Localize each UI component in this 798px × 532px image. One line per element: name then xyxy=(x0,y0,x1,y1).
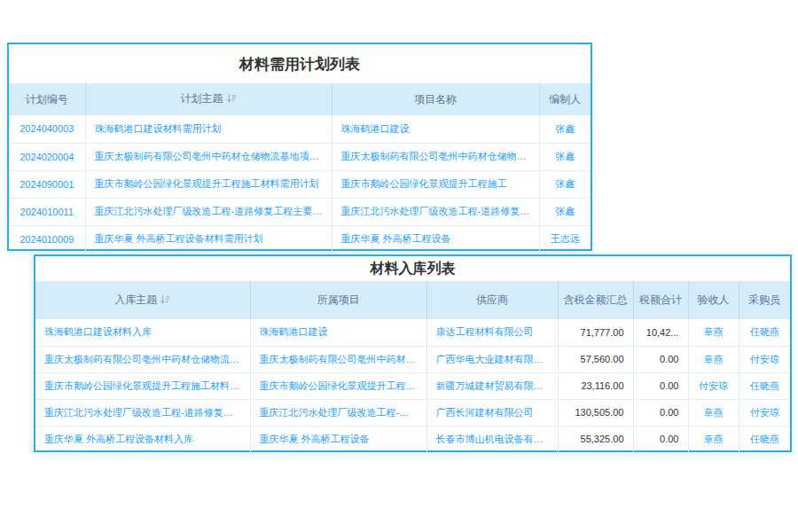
header-amount-incl-tax: 含税金额汇总 xyxy=(558,281,633,319)
inbound-project-link[interactable]: 重庆江北污水处理厂级改造工程-道路... xyxy=(250,399,426,426)
inbound-project-link[interactable]: 重庆华夏 外高桥工程设备 xyxy=(250,426,426,452)
plan-no-link[interactable]: 2024090001 xyxy=(9,170,85,198)
supplier-link[interactable]: 康达工程材料有限公司 xyxy=(426,319,558,346)
plan-table-header-row: 计划编号 计划主题 项目名称 编制人 xyxy=(9,83,591,115)
supplier-link[interactable]: 广西长河建材有限公司 xyxy=(426,399,558,426)
header-plan-subject[interactable]: 计划主题 xyxy=(85,83,332,115)
project-name-link[interactable]: 重庆太极制药有限公司亳州中药材仓储物流... xyxy=(332,143,539,170)
project-name-link[interactable]: 重庆市鹅岭公园绿化景观提升工程施工 xyxy=(332,170,539,198)
inbound-subject-link[interactable]: 重庆华夏 外高桥工程设备材料入库 xyxy=(35,426,250,452)
amount-cell: 71,777.00 xyxy=(558,319,633,346)
table-row: 重庆华夏 外高桥工程设备材料入库 重庆华夏 外高桥工程设备 长春市博山机电设备有… xyxy=(35,426,790,452)
plan-no-link[interactable]: 2024020004 xyxy=(9,143,85,170)
purchaser-link[interactable]: 任晓燕 xyxy=(739,372,790,399)
inbound-project-link[interactable]: 珠海鹤港口建设 xyxy=(250,319,426,346)
plan-table: 计划编号 计划主题 项目名称 编制人 2024040003 珠海鹤港口建设材料需… xyxy=(9,83,591,253)
header-purchaser: 采购员 xyxy=(739,281,790,319)
supplier-link[interactable]: 新疆万城建材贸易有限公司 xyxy=(426,372,558,399)
header-plan-subject-label: 计划主题 xyxy=(181,92,223,105)
plan-subject-link[interactable]: 珠海鹤港口建设材料需用计划 xyxy=(85,115,332,143)
header-plan-no: 计划编号 xyxy=(9,83,85,115)
tax-cell: 0.00 xyxy=(633,346,688,372)
table-row: 2024010009 重庆华夏 外高桥工程设备材料需用计划 重庆华夏 外高桥工程… xyxy=(9,225,591,253)
header-project-name: 项目名称 xyxy=(332,83,539,115)
author-link[interactable]: 张鑫 xyxy=(539,170,591,198)
sort-amount-icon[interactable] xyxy=(227,93,237,106)
amount-cell: 23,116.00 xyxy=(558,372,633,399)
table-row: 2024090001 重庆市鹅岭公园绿化景观提升工程施工材料需用计划 重庆市鹅岭… xyxy=(9,170,591,198)
table-row: 重庆太极制药有限公司亳州中药材仓储物流基... 重庆太极制药有限公司亳州中药材仓… xyxy=(35,346,790,372)
inbound-subject-link[interactable]: 珠海鹤港口建设材料入库 xyxy=(35,319,250,346)
plan-no-link[interactable]: 2024040003 xyxy=(9,115,85,143)
plan-table-title: 材料需用计划列表 xyxy=(9,44,591,83)
tax-cell: 0.00 xyxy=(633,399,688,426)
inspector-link[interactable]: 付安琼 xyxy=(688,372,739,399)
header-inbound-subject[interactable]: 入库主题 xyxy=(35,281,250,319)
inbound-table-card: 材料入库列表 入库主题 所属项目 供应商 含税金额汇总 税额合计 验收人 采购员… xyxy=(34,254,792,452)
plan-table-card: 材料需用计划列表 计划编号 计划主题 项目名称 编制人 2024040003 珠… xyxy=(7,43,592,251)
inspector-link[interactable]: 章燕 xyxy=(688,319,739,346)
author-link[interactable]: 张鑫 xyxy=(539,198,591,225)
amount-cell: 57,560.00 xyxy=(558,346,633,372)
purchaser-link[interactable]: 付安琼 xyxy=(739,399,790,426)
table-row: 珠海鹤港口建设材料入库 珠海鹤港口建设 康达工程材料有限公司 71,777.00… xyxy=(35,319,790,346)
amount-cell: 55,325.00 xyxy=(558,426,633,452)
project-name-link[interactable]: 重庆江北污水处理厂级改造工程-道路修复工程 xyxy=(332,198,539,225)
sort-amount-icon[interactable] xyxy=(160,294,170,308)
inspector-link[interactable]: 章燕 xyxy=(688,346,739,372)
tax-cell: 0.00 xyxy=(633,372,688,399)
inbound-project-link[interactable]: 重庆太极制药有限公司亳州中药材仓... xyxy=(250,346,426,372)
purchaser-link[interactable]: 付安琼 xyxy=(739,346,790,372)
author-link[interactable]: 张鑫 xyxy=(539,115,591,143)
inbound-subject-link[interactable]: 重庆市鹅岭公园绿化景观提升工程施工材料入库 xyxy=(35,372,250,399)
inbound-table: 入库主题 所属项目 供应商 含税金额汇总 税额合计 验收人 采购员 珠海鹤港口建… xyxy=(35,281,790,452)
tax-cell: 10,42... xyxy=(633,319,688,346)
plan-subject-link[interactable]: 重庆太极制药有限公司亳州中药材仓储物流基地项目... xyxy=(85,143,332,170)
inbound-subject-link[interactable]: 重庆江北污水处理厂级改造工程-道路修复工程... xyxy=(35,399,250,426)
inbound-table-title: 材料入库列表 xyxy=(35,256,790,281)
plan-no-link[interactable]: 2024010009 xyxy=(9,225,85,253)
plan-subject-link[interactable]: 重庆华夏 外高桥工程设备材料需用计划 xyxy=(85,225,332,253)
project-name-link[interactable]: 珠海鹤港口建设 xyxy=(332,115,539,143)
author-link[interactable]: 王志远 xyxy=(539,225,591,253)
inspector-link[interactable]: 章燕 xyxy=(688,399,739,426)
inbound-project-link[interactable]: 重庆市鹅岭公园绿化景观提升工程施工 xyxy=(250,372,426,399)
project-name-link[interactable]: 重庆华夏 外高桥工程设备 xyxy=(332,225,539,253)
header-owning-project: 所属项目 xyxy=(250,281,426,319)
table-row: 2024020004 重庆太极制药有限公司亳州中药材仓储物流基地项目... 重庆… xyxy=(9,143,591,170)
author-link[interactable]: 张鑫 xyxy=(539,143,591,170)
tax-cell: 0.00 xyxy=(633,426,688,452)
header-tax-total: 税额合计 xyxy=(633,281,688,319)
supplier-link[interactable]: 广西华电大业建材有限公司 xyxy=(426,346,558,372)
header-supplier: 供应商 xyxy=(426,281,558,319)
inbound-subject-link[interactable]: 重庆太极制药有限公司亳州中药材仓储物流基... xyxy=(35,346,250,372)
purchaser-link[interactable]: 任晓燕 xyxy=(739,319,790,346)
plan-subject-link[interactable]: 重庆江北污水处理厂级改造工程-道路修复工程主要材料 xyxy=(85,198,332,225)
inbound-table-header-row: 入库主题 所属项目 供应商 含税金额汇总 税额合计 验收人 采购员 xyxy=(35,281,790,319)
supplier-link[interactable]: 长春市博山机电设备有限公司 xyxy=(426,426,558,452)
table-row: 重庆江北污水处理厂级改造工程-道路修复工程... 重庆江北污水处理厂级改造工程-… xyxy=(35,399,790,426)
inspector-link[interactable]: 章燕 xyxy=(688,426,739,452)
plan-no-link[interactable]: 2024010011 xyxy=(9,198,85,225)
table-row: 重庆市鹅岭公园绿化景观提升工程施工材料入库 重庆市鹅岭公园绿化景观提升工程施工 … xyxy=(35,372,790,399)
table-row: 2024040003 珠海鹤港口建设材料需用计划 珠海鹤港口建设 张鑫 xyxy=(9,115,591,143)
header-inspector: 验收人 xyxy=(688,281,739,319)
plan-subject-link[interactable]: 重庆市鹅岭公园绿化景观提升工程施工材料需用计划 xyxy=(85,170,332,198)
purchaser-link[interactable]: 任晓燕 xyxy=(739,426,790,452)
amount-cell: 130,505.00 xyxy=(558,399,633,426)
table-row: 2024010011 重庆江北污水处理厂级改造工程-道路修复工程主要材料 重庆江… xyxy=(9,198,591,225)
header-author: 编制人 xyxy=(539,83,591,115)
header-inbound-subject-label: 入库主题 xyxy=(114,293,157,306)
